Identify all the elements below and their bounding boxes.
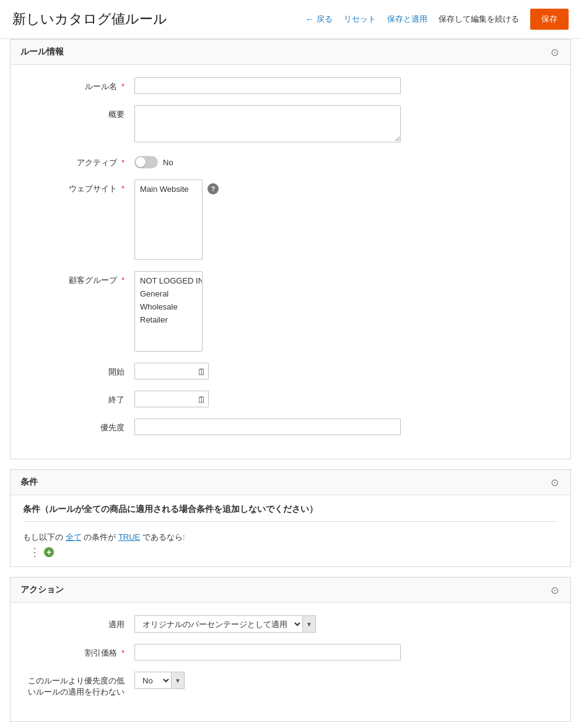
actions-section-header[interactable]: アクション ⊙	[11, 578, 570, 603]
conditions-subtitle: 条件（ルールが全ての商品に適用される場合条件を追加しないでください）	[23, 504, 558, 515]
customer-group-label: 顧客グループ *	[23, 271, 134, 286]
start-date-calendar-icon[interactable]: 🗓	[197, 366, 206, 376]
discount-price-row: 割引価格 *	[11, 644, 570, 661]
website-help-icon[interactable]: ?	[208, 183, 219, 194]
start-date-row: 開始 🗓	[11, 363, 570, 379]
save-button[interactable]: 保存	[530, 9, 569, 30]
rule-info-body: ルール名 * 概要 アクティブ	[11, 65, 570, 459]
active-toggle-wrap: No	[134, 154, 173, 168]
description-input[interactable]	[134, 105, 401, 142]
rule-name-input[interactable]	[134, 77, 401, 94]
no-further-rules-select[interactable]: No Yes	[134, 672, 171, 689]
active-control: No	[134, 154, 432, 168]
back-button[interactable]: ← 戻る	[305, 14, 333, 25]
priority-label: 優先度	[23, 418, 134, 433]
end-date-calendar-icon[interactable]: 🗓	[197, 394, 206, 404]
back-arrow-icon: ←	[305, 14, 314, 24]
customer-group-row: 顧客グループ * NOT LOGGED IN General Wholesale…	[11, 271, 570, 352]
toggle-knob	[136, 157, 146, 167]
conditions-section: 条件 ⊙ 条件（ルールが全ての商品に適用される場合条件を追加しないでください） …	[10, 469, 571, 567]
no-select-wrap: No Yes ▼	[134, 672, 185, 689]
start-date-control: 🗓	[134, 363, 432, 379]
active-row: アクティブ * No	[11, 154, 570, 168]
apply-control: オリジナルのパーセンテージとして適用 パーセンテージで割引 固定金額で割引 最終…	[134, 615, 432, 633]
required-indicator: *	[121, 184, 124, 193]
customer-group-select[interactable]: NOT LOGGED IN General Wholesale Retailer	[134, 271, 203, 352]
save-apply-button[interactable]: 保存と適用	[387, 14, 427, 25]
discount-price-control	[134, 644, 432, 661]
apply-select-wrap: オリジナルのパーセンテージとして適用 パーセンテージで割引 固定金額で割引 最終…	[134, 615, 316, 633]
customer-group-option-wholesale: Wholesale	[138, 300, 199, 313]
conditions-section-title: 条件	[20, 477, 38, 488]
save-continue-button[interactable]: 保存して編集を続ける	[439, 14, 519, 25]
active-toggle-label: No	[163, 158, 173, 167]
start-date-wrap: 🗓	[134, 363, 209, 379]
active-toggle[interactable]	[134, 156, 158, 168]
conditions-body: 条件（ルールが全ての商品に適用される場合条件を追加しないでください） もし以下の…	[11, 495, 570, 566]
actions-section: アクション ⊙ 適用 オリジナルのパーセンテージとして適用 パーセンテージで割引…	[10, 577, 571, 722]
description-control	[134, 105, 432, 142]
rule-info-section: ルール情報 ⊙ ルール名 * 概要	[10, 39, 571, 459]
priority-input[interactable]	[134, 418, 401, 435]
rule-info-title: ルール情報	[20, 46, 64, 58]
required-indicator: *	[121, 275, 124, 285]
website-row: ウェブサイト * Main Website ?	[11, 180, 570, 260]
required-indicator: *	[121, 82, 124, 91]
conditions-section-header[interactable]: 条件 ⊙	[11, 470, 570, 495]
conditions-chevron-icon: ⊙	[548, 476, 561, 488]
condition-info-text: もし以下の 全て の条件が TRUE であるなら:	[23, 532, 558, 543]
rule-name-row: ルール名 *	[11, 77, 570, 94]
apply-select-arrow[interactable]: ▼	[302, 615, 316, 633]
apply-row: 適用 オリジナルのパーセンテージとして適用 パーセンテージで割引 固定金額で割引…	[11, 615, 570, 633]
rule-info-chevron-icon: ⊙	[548, 46, 561, 58]
conditions-divider	[23, 521, 558, 522]
end-date-row: 終了 🗓	[11, 391, 570, 407]
condition-all-link[interactable]: 全て	[66, 532, 82, 542]
rule-name-label: ルール名 *	[23, 77, 134, 92]
customer-group-option-general: General	[138, 287, 199, 300]
website-label: ウェブサイト *	[23, 180, 134, 194]
actions-chevron-icon: ⊙	[548, 584, 561, 596]
page-title: 新しいカタログ値ルール	[12, 10, 167, 28]
website-select[interactable]: Main Website	[134, 180, 203, 260]
end-date-wrap: 🗓	[134, 391, 209, 407]
customer-group-option-not-logged: NOT LOGGED IN	[138, 274, 199, 287]
description-label: 概要	[23, 105, 134, 120]
add-condition-button[interactable]: +	[44, 547, 54, 557]
apply-select[interactable]: オリジナルのパーセンテージとして適用 パーセンテージで割引 固定金額で割引 最終…	[134, 615, 302, 633]
apply-label: 適用	[23, 615, 134, 630]
no-further-rules-label: このルールより優先度の低いルールの適用を行わない	[23, 672, 134, 698]
no-further-rules-row: このルールより優先度の低いルールの適用を行わない No Yes ▼	[11, 672, 570, 698]
no-further-rules-arrow[interactable]: ▼	[171, 672, 185, 689]
discount-price-label: 割引価格 *	[23, 644, 134, 659]
website-option: Main Website	[138, 183, 199, 196]
end-date-label: 終了	[23, 391, 134, 405]
required-indicator: *	[121, 158, 124, 167]
rule-info-section-header[interactable]: ルール情報 ⊙	[11, 40, 570, 65]
active-label: アクティブ *	[23, 154, 134, 168]
condition-true-link[interactable]: TRUE	[118, 532, 140, 542]
reset-button[interactable]: リセット	[344, 14, 376, 25]
actions-section-title: アクション	[20, 584, 64, 596]
header-actions: ← 戻る リセット 保存と適用 保存して編集を続ける 保存	[305, 9, 569, 30]
actions-body: 適用 オリジナルのパーセンテージとして適用 パーセンテージで割引 固定金額で割引…	[11, 603, 570, 721]
condition-add-row: ⋮ +	[23, 547, 558, 558]
end-date-control: 🗓	[134, 391, 432, 407]
rule-name-control	[134, 77, 432, 94]
website-control: Main Website ?	[134, 180, 432, 260]
priority-row: 優先度	[11, 418, 570, 435]
description-row: 概要	[11, 105, 570, 142]
discount-price-input[interactable]	[134, 644, 401, 661]
start-date-label: 開始	[23, 363, 134, 378]
customer-group-control: NOT LOGGED IN General Wholesale Retailer	[134, 271, 432, 352]
required-indicator: *	[121, 648, 124, 657]
no-further-rules-control: No Yes ▼	[134, 672, 432, 689]
priority-control	[134, 418, 432, 435]
condition-dots: ⋮	[29, 547, 40, 558]
customer-group-option-retailer: Retailer	[138, 313, 199, 326]
page-header: 新しいカタログ値ルール ← 戻る リセット 保存と適用 保存して編集を続ける 保…	[0, 0, 581, 39]
